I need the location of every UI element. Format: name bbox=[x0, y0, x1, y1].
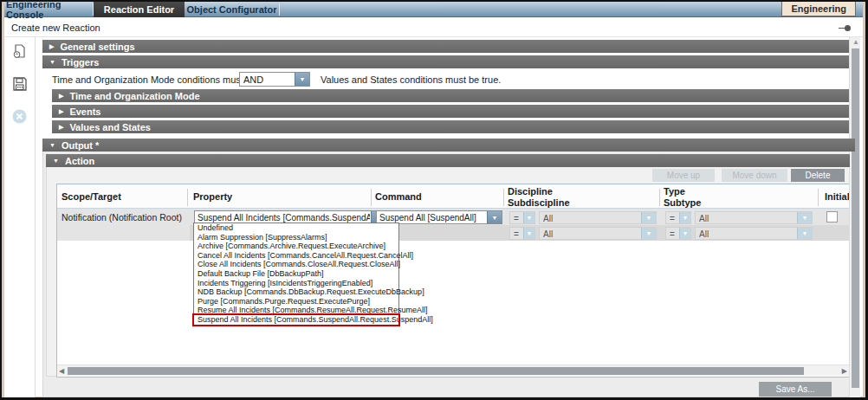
operator-value: AND bbox=[243, 74, 263, 85]
chevron-down-icon: ▼ bbox=[53, 158, 59, 164]
chevron-down-icon[interactable]: ▼ bbox=[679, 212, 690, 223]
tab-object-configurator[interactable]: Object Configurator bbox=[185, 2, 278, 17]
chevron-down-icon[interactable]: ▼ bbox=[797, 228, 812, 239]
type-dropdown[interactable]: All ▼ bbox=[695, 211, 813, 224]
operator-value: = bbox=[514, 214, 521, 223]
chevron-down-icon[interactable]: ▼ bbox=[641, 228, 656, 239]
action-table: Scope/Target Property Command Discipline… bbox=[56, 184, 850, 377]
dropdown-item[interactable]: Default Backup File [DbBackupPath] bbox=[194, 269, 398, 279]
col-command: Command bbox=[375, 191, 422, 202]
section-label: Events bbox=[69, 106, 100, 117]
col-initial: Initial bbox=[825, 191, 850, 202]
application-window: Engineering Console Reaction Editor Obje… bbox=[2, 2, 865, 397]
discipline-value: All bbox=[543, 214, 642, 223]
operator-value: = bbox=[514, 229, 521, 239]
dropdown-item[interactable]: Alarm Suppression [SuppressAlarms] bbox=[194, 233, 398, 242]
tab-label: Reaction Editor bbox=[104, 4, 174, 15]
subdiscipline-operator-dropdown[interactable]: = ▼ bbox=[509, 227, 535, 240]
move-up-button[interactable]: Move up bbox=[652, 169, 715, 182]
auto-hide-pin-icon[interactable] bbox=[839, 25, 851, 31]
chevron-down-icon: ▼ bbox=[49, 142, 55, 148]
dropdown-item-highlighted[interactable]: Suspend All Incidents [Commands.SuspendA… bbox=[194, 315, 398, 325]
dropdown-item[interactable]: Archive [Commands.Archive.Request.Execut… bbox=[194, 242, 398, 251]
col-scope-target: Scope/Target bbox=[62, 191, 121, 202]
type-operator-dropdown[interactable]: = ▼ bbox=[665, 211, 691, 224]
tab-engineering-console[interactable]: Engineering Console bbox=[6, 2, 93, 17]
save-icon[interactable] bbox=[12, 76, 28, 92]
dropdown-item[interactable]: Close All Incidents [Commands.CloseAll.R… bbox=[194, 260, 398, 269]
tab-label: Engineering Console bbox=[6, 0, 93, 20]
subtype-dropdown[interactable]: All ▼ bbox=[695, 227, 813, 240]
dropdown-item[interactable]: NDB Backup [Commands.DbBackup.Request.Ex… bbox=[194, 287, 398, 297]
section-label: Output * bbox=[62, 140, 99, 151]
dropdown-item[interactable]: Incidents Triggering [IsIncidentsTrigger… bbox=[194, 279, 398, 288]
section-label: Values and States bbox=[69, 122, 151, 132]
initial-checkbox[interactable] bbox=[826, 211, 838, 223]
operator-value: = bbox=[670, 229, 677, 239]
section-action[interactable]: ▼ Action bbox=[46, 154, 850, 167]
col-discipline: Discipline bbox=[508, 186, 553, 197]
scroll-left-arrow-icon[interactable]: ◀ bbox=[59, 367, 64, 375]
vertical-scrollbar[interactable]: ▲ bbox=[849, 37, 860, 397]
save-as-button[interactable]: Save As... bbox=[759, 382, 832, 397]
discipline-operator-dropdown[interactable]: = ▼ bbox=[509, 211, 535, 224]
chevron-down-icon[interactable]: ▼ bbox=[679, 228, 690, 239]
scope-target-cell: Notification (Notification Root) bbox=[57, 209, 190, 241]
section-general-settings[interactable]: ▶ General settings bbox=[42, 40, 855, 53]
dropdown-item[interactable]: Purge [Commands.Purge.Request.ExecutePur… bbox=[194, 297, 398, 306]
move-down-button[interactable]: Move down bbox=[722, 169, 787, 182]
chevron-down-icon[interactable]: ▼ bbox=[523, 228, 534, 239]
discipline-dropdown[interactable]: All ▼ bbox=[539, 211, 657, 224]
chevron-down-icon[interactable]: ▼ bbox=[487, 211, 502, 223]
discard-icon[interactable] bbox=[12, 109, 28, 125]
left-toolbar bbox=[4, 37, 36, 397]
chevron-down-icon[interactable]: ▼ bbox=[797, 212, 812, 223]
column-separator bbox=[187, 189, 188, 206]
table-header-row: Scope/Target Property Command Discipline… bbox=[57, 184, 849, 209]
chevron-down-icon[interactable]: ▼ bbox=[295, 73, 309, 86]
chevron-right-icon: ▶ bbox=[59, 108, 63, 115]
property-dropdown-list: Undefined Alarm Suppression [SuppressAla… bbox=[193, 223, 399, 326]
section-label: General settings bbox=[60, 42, 134, 52]
subtype-operator-dropdown[interactable]: = ▼ bbox=[665, 227, 691, 240]
section-label: Action bbox=[65, 156, 94, 166]
chevron-right-icon: ▶ bbox=[59, 124, 63, 131]
chevron-right-icon: ▶ bbox=[49, 43, 54, 50]
engineering-perspective-tab[interactable]: Engineering bbox=[781, 2, 856, 16]
command-value: Suspend All [SuspendAll] bbox=[379, 213, 486, 223]
dropdown-item[interactable]: Resume All Incidents [Commands.ResumeAll… bbox=[194, 306, 398, 315]
horizontal-scrollbar-thumb[interactable] bbox=[68, 367, 804, 375]
column-separator bbox=[503, 189, 504, 206]
chevron-down-icon[interactable]: ▼ bbox=[641, 212, 656, 223]
column-separator bbox=[659, 189, 660, 206]
chevron-down-icon[interactable]: ▼ bbox=[523, 212, 534, 223]
tab-label: Object Configurator bbox=[187, 4, 277, 15]
section-events[interactable]: ▶ Events bbox=[52, 105, 855, 118]
section-time-and-organization-mode[interactable]: ▶ Time and Organization Mode bbox=[52, 89, 855, 102]
horizontal-scrollbar[interactable]: ◀ ▶ bbox=[57, 365, 849, 376]
tab-separator bbox=[279, 3, 280, 16]
subdiscipline-dropdown[interactable]: All ▼ bbox=[539, 227, 657, 240]
section-triggers[interactable]: ▼ Triggers bbox=[42, 55, 855, 68]
col-subtype: Subtype bbox=[664, 197, 701, 208]
section-output[interactable]: ▼ Output * bbox=[42, 139, 855, 152]
new-reaction-icon[interactable] bbox=[12, 43, 28, 59]
scroll-up-arrow-icon[interactable]: ▲ bbox=[852, 38, 859, 46]
section-values-and-states[interactable]: ▶ Values and States bbox=[52, 120, 855, 133]
property-value: Suspend All Incidents [Commands.SuspendA… bbox=[198, 213, 370, 223]
events-operator-dropdown[interactable]: AND ▼ bbox=[239, 72, 310, 87]
subdiscipline-value: All bbox=[543, 229, 642, 239]
column-separator bbox=[818, 189, 819, 206]
perspective-label: Engineering bbox=[791, 3, 846, 14]
operator-value: = bbox=[670, 214, 677, 223]
scroll-right-arrow-icon[interactable]: ▶ bbox=[842, 367, 847, 375]
page-title: Create new Reaction bbox=[11, 23, 100, 33]
vertical-scrollbar-thumb[interactable] bbox=[852, 48, 859, 388]
chevron-down-icon: ▼ bbox=[49, 59, 55, 65]
column-separator bbox=[371, 189, 372, 206]
tab-reaction-editor[interactable]: Reaction Editor bbox=[94, 2, 185, 17]
dropdown-item[interactable]: Undefined bbox=[194, 223, 398, 233]
dropdown-item[interactable]: Cancel All Incidents [Commands.CancelAll… bbox=[194, 251, 398, 261]
chevron-right-icon: ▶ bbox=[59, 93, 63, 100]
delete-button[interactable]: Delete bbox=[791, 169, 845, 182]
